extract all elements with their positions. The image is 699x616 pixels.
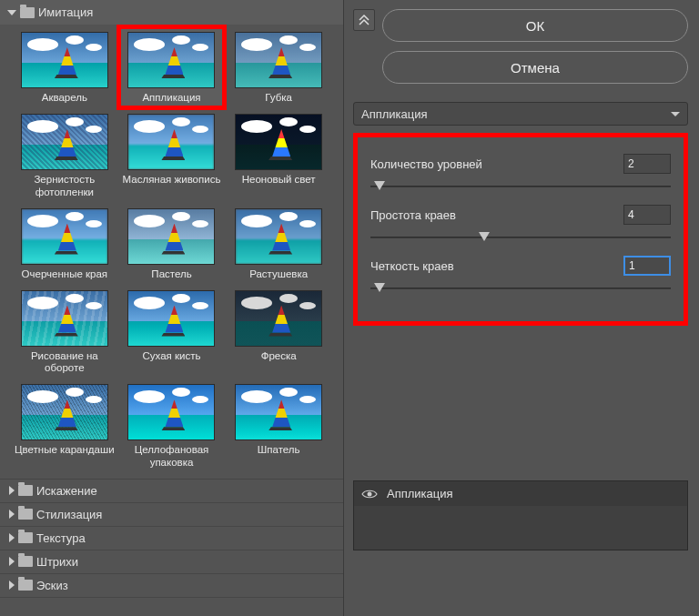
- filter-thumb[interactable]: Пастель: [120, 205, 224, 283]
- disclosure-closed-icon: [9, 533, 15, 542]
- category-title: Эскиз: [36, 579, 68, 592]
- ok-button-label: ОК: [526, 18, 544, 34]
- param: Простота краев: [370, 205, 671, 243]
- category-title: Искажение: [36, 484, 97, 498]
- filter-thumb-preview: [21, 32, 108, 88]
- effect-layers-panel: Аппликация: [353, 480, 688, 550]
- folder-icon: [20, 7, 35, 18]
- filter-thumb[interactable]: Сухая кисть: [120, 287, 224, 378]
- filter-thumb[interactable]: Фреска: [227, 287, 330, 378]
- param-value-input[interactable]: [623, 154, 671, 174]
- filter-thumb-label: Цветные карандаши: [15, 444, 115, 457]
- param-value-input[interactable]: [623, 205, 671, 225]
- param-label: Простота краев: [370, 208, 456, 222]
- filter-dropdown[interactable]: Аппликация: [353, 102, 688, 126]
- filter-thumb[interactable]: Очерченные края: [13, 205, 116, 283]
- category-header-collapsed[interactable]: Текстура: [0, 527, 343, 550]
- param: Четкость краев: [370, 256, 671, 294]
- filter-gallery-panel: Имитация АкварельАппликацияГубкаЗернисто…: [0, 0, 344, 616]
- category-header-collapsed[interactable]: Эскиз: [0, 574, 343, 598]
- param-row: Четкость краев: [370, 256, 671, 276]
- filter-thumb-label: Очерченные края: [22, 268, 107, 281]
- chevron-down-icon: [671, 112, 680, 116]
- filter-thumb[interactable]: Губка: [227, 28, 330, 106]
- filter-thumb-preview: [21, 114, 108, 170]
- svg-point-0: [368, 491, 372, 496]
- filter-thumb-preview: [127, 384, 215, 440]
- filter-thumb-label: Аппликация: [142, 92, 200, 105]
- settings-panel: ОК Отмена Аппликация Количество уровнейП…: [344, 0, 699, 616]
- filter-thumb[interactable]: Акварель: [13, 28, 116, 106]
- filter-thumb[interactable]: Аппликация: [120, 28, 224, 106]
- disclosure-closed-icon: [9, 557, 15, 566]
- filter-thumb-label: Пастель: [151, 268, 191, 281]
- collapse-panel-button[interactable]: [353, 9, 375, 31]
- filter-thumb[interactable]: Зернистость фотопленки: [13, 110, 116, 201]
- param-slider[interactable]: [370, 181, 671, 192]
- folder-icon: [18, 509, 33, 520]
- filter-thumb-label: Растушевка: [249, 268, 308, 281]
- param-label: Четкость краев: [370, 259, 454, 273]
- param: Количество уровней: [370, 154, 671, 192]
- folder-icon: [18, 556, 33, 567]
- disclosure-open-icon: [7, 10, 16, 15]
- param-slider[interactable]: [370, 232, 671, 243]
- category-header-imitation[interactable]: Имитация: [0, 0, 343, 25]
- parameters-box: Количество уровнейПростота краевЧеткость…: [353, 133, 688, 326]
- ok-button[interactable]: ОК: [382, 9, 688, 42]
- filter-thumb[interactable]: Растушевка: [227, 205, 330, 283]
- visibility-eye-icon[interactable]: [361, 489, 378, 500]
- folder-icon: [18, 580, 33, 591]
- filter-thumb-preview: [235, 208, 322, 265]
- category-title: Имитация: [38, 5, 93, 19]
- thumbnail-grid: АкварельАппликацияГубкаЗернистость фотоп…: [0, 25, 343, 479]
- cancel-button[interactable]: Отмена: [382, 51, 688, 84]
- filter-thumb[interactable]: Шпатель: [227, 380, 330, 471]
- filter-thumb-preview: [127, 290, 215, 347]
- filter-thumb-label: Губка: [265, 92, 292, 105]
- filter-thumb-preview: [235, 32, 322, 88]
- category-header-collapsed[interactable]: Искажение: [0, 480, 343, 503]
- filter-thumb-label: Неоновый свет: [242, 174, 316, 187]
- slider-knob[interactable]: [374, 181, 385, 190]
- filter-thumb-label: Зернистость фотопленки: [13, 174, 116, 199]
- folder-icon: [18, 485, 33, 496]
- slider-track: [370, 186, 671, 187]
- category-title: Штрихи: [36, 555, 78, 569]
- filter-thumb[interactable]: Неоновый свет: [227, 110, 330, 201]
- category-title: Текстура: [36, 531, 86, 545]
- filter-thumb[interactable]: Масляная живопись: [120, 110, 224, 201]
- param-slider[interactable]: [370, 283, 671, 294]
- category-title: Стилизация: [36, 508, 102, 521]
- filter-thumb-preview: [21, 384, 108, 440]
- disclosure-closed-icon: [9, 581, 15, 590]
- filter-thumb-preview: [127, 32, 215, 88]
- disclosure-closed-icon: [9, 486, 15, 495]
- folder-icon: [18, 532, 33, 543]
- slider-knob[interactable]: [374, 283, 385, 292]
- double-chevron-up-icon: [358, 14, 370, 26]
- effect-layer-row[interactable]: Аппликация: [354, 481, 687, 506]
- filter-thumb-preview: [235, 290, 322, 347]
- param-row: Простота краев: [370, 205, 671, 225]
- filter-thumb-preview: [235, 114, 322, 170]
- slider-track: [370, 237, 671, 238]
- slider-knob[interactable]: [479, 232, 490, 241]
- filter-thumb[interactable]: Целлофановая упаковка: [120, 380, 224, 471]
- filter-thumb-label: Шпатель: [258, 444, 300, 457]
- filter-thumb-label: Масляная живопись: [123, 174, 221, 187]
- filter-thumb-label: Рисование на обороте: [13, 350, 116, 376]
- param-row: Количество уровней: [370, 154, 671, 174]
- param-label: Количество уровней: [370, 157, 482, 171]
- filter-thumb[interactable]: Цветные карандаши: [13, 380, 116, 471]
- category-header-collapsed[interactable]: Стилизация: [0, 503, 343, 527]
- filter-thumb-label: Фреска: [261, 350, 297, 363]
- param-value-input[interactable]: [623, 256, 671, 276]
- filter-thumb-preview: [21, 208, 108, 265]
- filter-thumb[interactable]: Рисование на обороте: [13, 287, 116, 378]
- collapsed-categories: ИскажениеСтилизацияТекстураШтрихиЭскиз: [0, 479, 343, 598]
- disclosure-closed-icon: [9, 510, 15, 519]
- cancel-button-label: Отмена: [511, 60, 560, 76]
- dropdown-selected-label: Аппликация: [361, 107, 428, 121]
- category-header-collapsed[interactable]: Штрихи: [0, 550, 343, 574]
